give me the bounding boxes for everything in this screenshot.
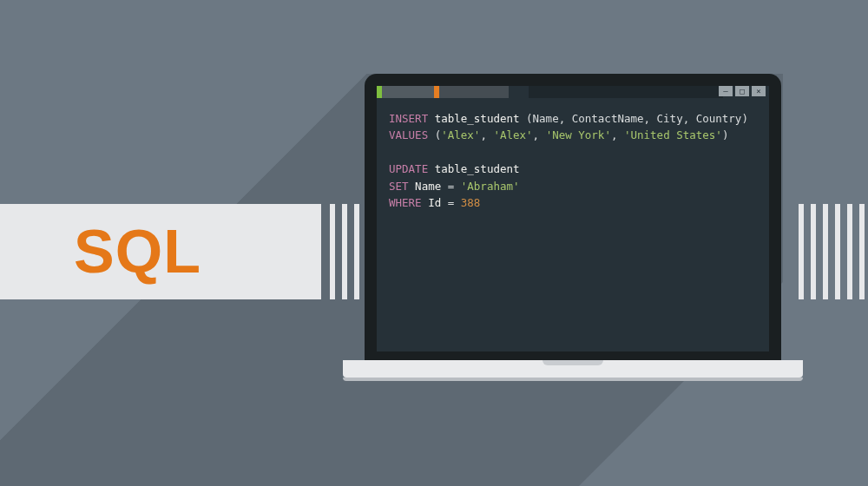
window-controls: – □ × <box>719 86 766 96</box>
kw-set: SET <box>389 180 409 193</box>
minimize-icon[interactable]: – <box>719 86 733 96</box>
laptop-base <box>343 360 803 378</box>
editor-tab-bar <box>377 86 516 98</box>
laptop-foot <box>343 378 803 381</box>
kw-update: UPDATE <box>389 162 428 175</box>
maximize-icon[interactable]: □ <box>735 86 749 96</box>
code-block: INSERT table_student (Name, ContactName,… <box>389 110 760 211</box>
kw-values: VALUES <box>389 128 428 141</box>
laptop: – □ × INSERT table_student (Name, Contac… <box>365 74 781 381</box>
close-icon[interactable]: × <box>752 86 766 96</box>
code-editor: – □ × INSERT table_student (Name, Contac… <box>377 86 769 351</box>
title-band: SQL <box>0 204 321 299</box>
stripes-right <box>799 204 865 299</box>
editor-tab-well <box>529 86 723 98</box>
screen-frame: – □ × INSERT table_student (Name, Contac… <box>365 74 781 360</box>
stripes-left <box>330 204 359 299</box>
page-title: SQL <box>74 217 201 286</box>
kw-where: WHERE <box>389 196 422 209</box>
kw-insert: INSERT <box>389 112 428 125</box>
